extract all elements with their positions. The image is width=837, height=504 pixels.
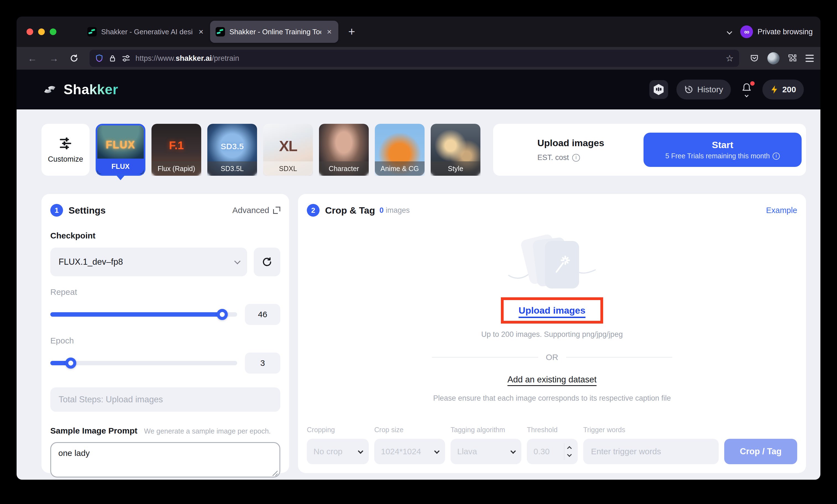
crop-tag-button[interactable]: Crop / Tag bbox=[724, 439, 797, 464]
sliders-icon bbox=[58, 136, 73, 150]
checkpoint-select[interactable]: FLUX.1_dev–fp8 bbox=[50, 248, 247, 276]
example-link[interactable]: Example bbox=[766, 206, 797, 215]
upload-dropzone[interactable]: Upload images Up to 200 images. Supporti… bbox=[307, 235, 797, 402]
epoch-slider-thumb[interactable] bbox=[65, 358, 76, 368]
tab-title: Shakker - Generative AI design t bbox=[101, 28, 193, 36]
trigger-words-input[interactable] bbox=[583, 439, 719, 464]
stepper-down-icon[interactable] bbox=[567, 452, 572, 457]
model-label: Style bbox=[431, 161, 480, 176]
add-existing-dataset-link[interactable]: Add an existing dataset bbox=[507, 375, 596, 385]
model-card-sdxl[interactable]: XL SDXL bbox=[263, 124, 313, 176]
reload-button[interactable] bbox=[66, 54, 82, 63]
threshold-stepper[interactable]: 0.30 bbox=[527, 439, 578, 464]
chevron-down-icon bbox=[511, 448, 516, 454]
history-button[interactable]: History bbox=[676, 79, 731, 100]
repeat-value[interactable]: 46 bbox=[245, 304, 280, 325]
tagging-algorithm-select[interactable]: Llava bbox=[450, 439, 521, 464]
private-browsing-indicator: ∞ Private browsing bbox=[740, 25, 813, 38]
repeat-slider[interactable] bbox=[50, 312, 237, 317]
tagging-algorithm-label: Tagging algorithm bbox=[450, 426, 521, 434]
info-icon[interactable]: i bbox=[572, 154, 580, 162]
model-card-flux-rapid[interactable]: F.1 Flux (Rapid) bbox=[152, 124, 201, 176]
sample-prompt-label: Sample Image Prompt bbox=[50, 426, 137, 435]
tab-generative-ai-design[interactable]: Shakker - Generative AI design t × bbox=[82, 21, 210, 43]
page-content: Customize FLUX FLUX F.1 Flux (Rapid) SD3… bbox=[17, 109, 820, 480]
model-card-customize[interactable]: Customize bbox=[41, 124, 90, 176]
back-button[interactable]: ← bbox=[23, 54, 41, 63]
model-card-anime-cg[interactable]: Anime & CG bbox=[375, 124, 425, 176]
minimize-window-button[interactable] bbox=[38, 29, 45, 35]
total-steps-box: Total Steps: Upload images bbox=[50, 388, 280, 412]
screenshot-stage: Shakker - Generative AI design t × Shakk… bbox=[0, 0, 837, 504]
bell-chevron-icon bbox=[745, 93, 749, 97]
tab-close-icon[interactable]: × bbox=[197, 28, 204, 36]
shakker-favicon-icon bbox=[87, 27, 97, 36]
model-label: Anime & CG bbox=[375, 161, 425, 176]
model-label: Customize bbox=[48, 155, 83, 164]
extensions-puzzle-icon[interactable] bbox=[787, 53, 798, 64]
epoch-slider[interactable] bbox=[50, 361, 237, 365]
upload-images-heading: Upload images bbox=[537, 138, 604, 148]
image-stack-icon bbox=[511, 235, 593, 288]
crop-tag-panel: 2 Crop & Tag 0 images Example bbox=[298, 194, 806, 473]
crop-tag-controls: Cropping No crop Crop size 1024*1024 bbox=[307, 426, 797, 464]
model-card-sd35l[interactable]: SD3.5 SD3.5L bbox=[207, 124, 257, 176]
lock-icon[interactable] bbox=[108, 54, 117, 63]
zoom-window-button[interactable] bbox=[50, 29, 56, 35]
epoch-label: Epoch bbox=[50, 336, 280, 345]
trigger-words-label: Trigger words bbox=[583, 426, 719, 434]
model-card-character[interactable]: Character bbox=[319, 124, 369, 176]
stepper-up-icon[interactable] bbox=[567, 446, 572, 451]
language-hexagon-button[interactable] bbox=[649, 80, 668, 99]
close-window-button[interactable] bbox=[26, 29, 33, 35]
shakker-favicon-icon bbox=[216, 27, 225, 36]
model-label: SD3.5L bbox=[207, 161, 257, 176]
permissions-icon[interactable] bbox=[122, 54, 130, 62]
chevron-down-icon bbox=[434, 448, 440, 454]
settings-title: Settings bbox=[69, 205, 106, 216]
start-button[interactable]: Start 5 Free Trials remaining this month… bbox=[643, 133, 802, 167]
private-mask-icon: ∞ bbox=[740, 25, 753, 38]
sample-prompt-textarea[interactable]: one lady bbox=[50, 442, 280, 478]
profile-avatar[interactable] bbox=[767, 52, 780, 65]
refresh-checkpoints-button[interactable] bbox=[254, 248, 280, 276]
notifications-button[interactable] bbox=[739, 82, 754, 97]
repeat-slider-thumb[interactable] bbox=[217, 309, 228, 320]
estimate-card: Upload images EST. cost i Start 5 Free T… bbox=[493, 124, 806, 176]
cropping-label: Cropping bbox=[307, 426, 369, 434]
checkpoint-label: Checkpoint bbox=[50, 231, 280, 240]
hexagon-icon bbox=[654, 84, 664, 95]
tab-close-icon[interactable]: × bbox=[326, 28, 333, 36]
model-card-flux[interactable]: FLUX FLUX bbox=[96, 124, 145, 176]
crop-size-select[interactable]: 1024*1024 bbox=[374, 439, 445, 464]
model-label: Flux (Rapid) bbox=[152, 161, 201, 176]
history-clock-icon bbox=[684, 85, 694, 94]
expand-icon bbox=[273, 207, 280, 214]
browser-window: Shakker - Generative AI design t × Shakk… bbox=[17, 17, 820, 480]
bookmark-star-icon[interactable]: ☆ bbox=[726, 53, 734, 64]
upload-images-link[interactable]: Upload images bbox=[519, 305, 585, 318]
settings-panel: 1 Settings Advanced Checkpoint FLUX.1_de… bbox=[41, 194, 289, 473]
info-icon[interactable]: i bbox=[772, 152, 780, 160]
new-tab-button[interactable]: + bbox=[345, 25, 358, 38]
menu-hamburger-icon[interactable] bbox=[805, 55, 814, 62]
est-cost-label: EST. cost i bbox=[537, 154, 604, 162]
site-header: Shakker History bbox=[17, 70, 820, 109]
list-tabs-chevron-icon[interactable] bbox=[727, 29, 732, 35]
advanced-link[interactable]: Advanced bbox=[232, 205, 280, 215]
chevron-down-icon bbox=[234, 258, 241, 265]
or-divider: OR bbox=[432, 353, 672, 362]
model-card-style[interactable]: Style bbox=[431, 124, 480, 176]
pocket-icon[interactable] bbox=[749, 53, 760, 64]
forward-button[interactable]: → bbox=[45, 54, 63, 63]
shakker-logo[interactable]: Shakker bbox=[41, 81, 118, 98]
cropping-select[interactable]: No crop bbox=[307, 439, 369, 464]
tracking-shield-icon[interactable] bbox=[95, 54, 103, 63]
credits-badge[interactable]: 200 bbox=[762, 79, 804, 100]
tab-bar: Shakker - Generative AI design t × Shakk… bbox=[17, 17, 820, 47]
tab-online-training-tool[interactable]: Shakker - Online Training Tool × bbox=[210, 21, 338, 43]
url-bar[interactable]: https://www.shakker.ai/pretrain ☆ bbox=[90, 50, 739, 67]
magic-wand-icon bbox=[553, 254, 571, 276]
refresh-icon bbox=[262, 256, 272, 268]
epoch-value[interactable]: 3 bbox=[245, 353, 280, 374]
